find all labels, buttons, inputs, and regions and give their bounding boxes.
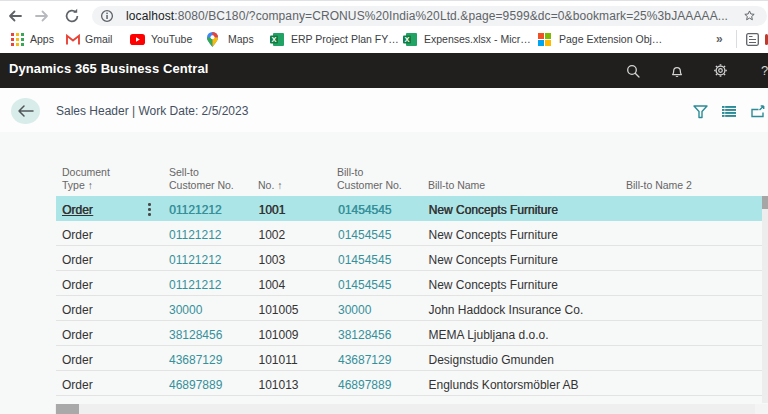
svg-text:?: ? [761, 63, 768, 78]
svg-text:X: X [271, 35, 276, 44]
svg-text:X: X [404, 35, 409, 44]
